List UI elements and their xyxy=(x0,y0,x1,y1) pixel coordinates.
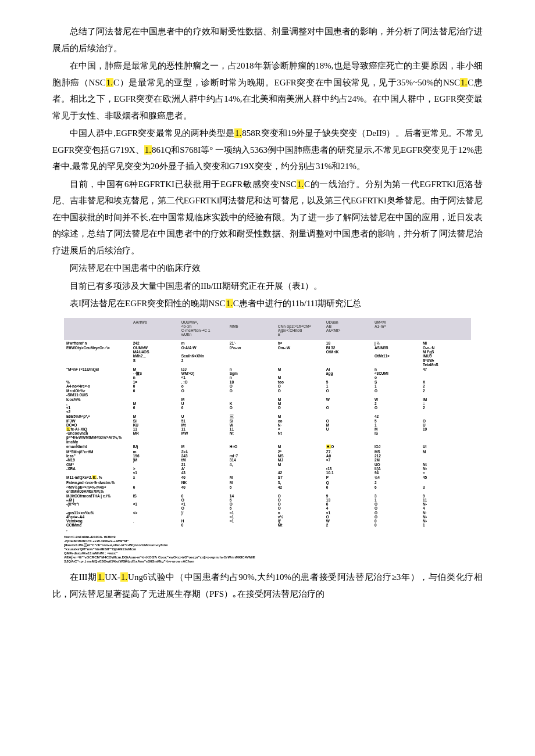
table-cell: ¼4 xyxy=(373,475,422,479)
table-row: Fatwnۈnd <vcv·9ı·dwctm.%NKM3,Q2 xyxy=(65,481,470,485)
table-cell: MS 212 2M xyxy=(373,450,422,462)
footnote-line: AEA∫>n−%"*«OCRCM"M4COWfcm.DOtAom·w"¼<KOG… xyxy=(64,556,471,560)
text: 表I阿法替尼在EGFR突变阳性的晚期NSC xyxy=(70,299,226,308)
table-cell: M 6 xyxy=(132,397,180,414)
table-cell: M - 值S n xyxy=(132,367,180,379)
table-cell: M xyxy=(422,450,470,462)
text: UX- xyxy=(105,572,120,582)
paragraph-3: 中国人群中,EGFR突变最常见的两种类型是1.858R突变和19外显子缺失突变（… xyxy=(52,125,483,175)
table-cell: M Si KU 11 MR xyxy=(132,414,180,439)
table-row: E6E5%t\«p*,« IFJW DC=O 1.fc·Aŀ·XIQ -Unco… xyxy=(65,414,470,439)
table-cell: 2* MS MJ xyxy=(277,450,325,462)
table-cell: | ½ xyxy=(373,341,422,345)
table-cell: M M xyxy=(277,367,325,379)
table-cell: 18 O O xyxy=(229,380,277,397)
table-header-cell: MMb xyxy=(229,320,277,337)
table-cell: . :O o O xyxy=(180,380,229,397)
table-cell: 1= 0 0 xyxy=(132,380,180,397)
footnote-line: [Ikevxx1JM·三nt"C"ch*>nó«ø,xlle:·/A*<•WI)… xyxy=(64,543,471,547)
table-cell: 40 xyxy=(180,485,229,493)
table-cell: 42 xyxy=(277,485,325,493)
table-cell: Fatwnۈnd <vcv·9ı·dwctm.% xyxy=(65,481,132,485)
table-cell: Om-:W xyxy=(277,346,325,367)
table-1: AArtWbUUUMn«, <o-:m C-mcH*ton-+C 1 wUItn… xyxy=(64,318,471,564)
table-cell: Q xyxy=(325,481,373,485)
table-cell: K O xyxy=(229,397,277,414)
table-header-cell: CNn αp1t«1fI«CM« A∫βn«:CHitoti в xyxy=(277,320,325,337)
table-cell: U 51 Mt 11 MW xyxy=(180,414,229,439)
text: C的一线治疗。分别为第一代EGFRTKl厄洛替尼、吉非替尼和埃克替尼，第二代EG… xyxy=(52,180,483,255)
table-cell: OUMhW MAU4OS kMh2… S xyxy=(132,346,180,367)
highlight: 1. xyxy=(97,572,105,582)
table-cell: IM = 2 xyxy=(422,397,470,414)
table-header-cell: UDuan AB AU<Mt> xyxy=(325,320,373,337)
table-row: OM* -XRA > «121 A' 434,M 42 •13 10.1UO I… xyxy=(65,463,470,475)
table-header-cell xyxy=(422,320,470,337)
table-header: AArtWbUUUMn«, <o-:m C-mcH*ton-+C 1 wUItn… xyxy=(64,318,471,341)
table-header-cell xyxy=(65,320,132,337)
highlight: 1. xyxy=(297,180,304,189)
table-row: emanNimhtIU)MH»OMH.OIOJUl xyxy=(65,445,470,449)
highlight: 1. xyxy=(460,78,468,87)
table-header-cell: UM<M A1-m= xyxy=(373,320,422,337)
table-cell: W 2 O xyxy=(373,397,422,414)
table-cell: 42 5 1 M IS xyxy=(373,414,422,439)
table-cell: "M«nF r«11UinQeI xyxy=(65,367,132,379)
table-cell: 3 xyxy=(422,485,470,493)
table-cell: x xyxy=(132,475,180,479)
table-cell: M U 6 xyxy=(180,397,229,414)
table-cell xyxy=(422,440,470,444)
table-cell xyxy=(229,440,277,444)
table-cell: 3, xyxy=(277,481,325,485)
table-cell: M M O xyxy=(277,397,325,414)
table-cell: 0*o-:w xyxy=(229,346,277,367)
table-cell: n «3CUMI o xyxy=(373,367,422,379)
footnote-line: %a:<C·9nFn9tn«B100A· t93N>9 xyxy=(64,535,471,539)
paragraph-2: 在中国，肺癌是最常见的恶性肿瘤之一，占2018年新诊断肿瘤的18%,也是导致癌症… xyxy=(52,58,483,124)
table-cell: ASIM55 OtMr11» xyxy=(373,346,422,367)
footnote-line: ·2)OeıMnftıIfrnГК.«+W.49%wx·«·MW"M" xyxy=(64,539,471,543)
table-cell: Mwrfterof n xyxy=(65,341,132,345)
table-cell: 6 xyxy=(373,485,422,493)
table-row: Icoc%% , «1 «2 M 6M U 6 K OM M OW OW 2 O… xyxy=(65,397,470,414)
table-cell: M(XtCOfrmon۠۠tTHA | e۶% ∞M | -(X*<r"ı -g… xyxy=(65,494,132,531)
table-cell: 6 xyxy=(132,485,180,493)
text: C）是最常见的亚型，诊断时常为晚期。EGFR突变在中国较常见，见于35%~50%… xyxy=(113,78,460,87)
table-cell: W O xyxy=(325,397,373,414)
text: 在III期 xyxy=(70,572,97,582)
table-cell: Icoc%% , «1 «2 xyxy=(65,397,132,414)
table-cell: emanNimht xyxy=(65,445,132,449)
highlight: 1. xyxy=(144,145,152,155)
table-cell: IOJ xyxy=(373,445,422,449)
table-cell: OM* -XRA xyxy=(65,463,132,475)
table-cell: ‹›MV½ptı«»m»%·f44b« enttMM00AMto7IM,% xyxy=(65,485,132,493)
table-cell: 5 1 O xyxy=(325,380,373,397)
table-cell: M 42 xyxy=(277,463,325,475)
table-row: Mwrfterof n242m21'·h«18| ½MI xyxy=(65,341,470,345)
table-cell: 0 O «1 O )' H 0 xyxy=(180,494,229,531)
text: C患者中进行的11b/11I期研究汇总 xyxy=(233,299,362,308)
table-row: M(XtCOfrmon۠۠tTHA | e۶% ∞M | -(X*<r"ı -g… xyxy=(65,494,470,531)
table-cell: E6E5%t\«p*,« IFJW DC=O 1.fc·Aŀ·XIQ -Unco… xyxy=(65,414,132,439)
table-cell: IS «1 <> . xyxy=(132,494,180,531)
table-cell: 6 xyxy=(325,485,373,493)
table-cell: X 2 2 xyxy=(422,380,470,397)
table-cell: 三 Si W 11 Nt xyxy=(229,414,277,439)
table-cell: M xyxy=(229,481,277,485)
table-cell: IJJ WM>O) «1 xyxy=(180,367,229,379)
paragraph-4: 目前，中国有6种EGFRTKI已获批用于EGFR敏感突变NSC1.C的一线治疗。… xyxy=(52,176,483,259)
table-cell: UO II{A 94 xyxy=(373,463,422,475)
paragraph-6: 目前已有多项涉及大量中国患者的IIb/III期研究正在开展（表1）。 xyxy=(52,278,483,295)
footnote-line: "kxuaxkırQM"mw"fıterIBS8""DjbH911uMcm xyxy=(64,547,471,551)
table-cell: M*SMn(/\"crtfM Iess" -M19 xyxy=(65,450,132,462)
table-cell: n Sgm n xyxy=(229,367,277,379)
table-row: "M«nF r«11UinQeIM - 值S nIJJ WM>O) «1n Sg… xyxy=(65,367,470,379)
table-cell: P xyxy=(325,475,373,479)
table-cell: IU) xyxy=(132,445,180,449)
table-cell: O·A/A·W SculhK<XNn 2 xyxy=(180,346,229,367)
table-cell: mŀ·7 314 xyxy=(229,450,277,462)
footnote-line: SJQAıC"·,pۥ.| m«MQ«0SOwtl5%o(WS₽(cd½xAns… xyxy=(64,560,471,564)
table-caption: 表I阿法替尼在EGFR突变阳性的晚期NSC1.C患者中进行的11b/11I期研究… xyxy=(52,295,483,312)
table-cell: 47 xyxy=(422,367,470,379)
table-cell: 9 11 N• 4 N· N• N• 1 xyxy=(422,494,470,531)
